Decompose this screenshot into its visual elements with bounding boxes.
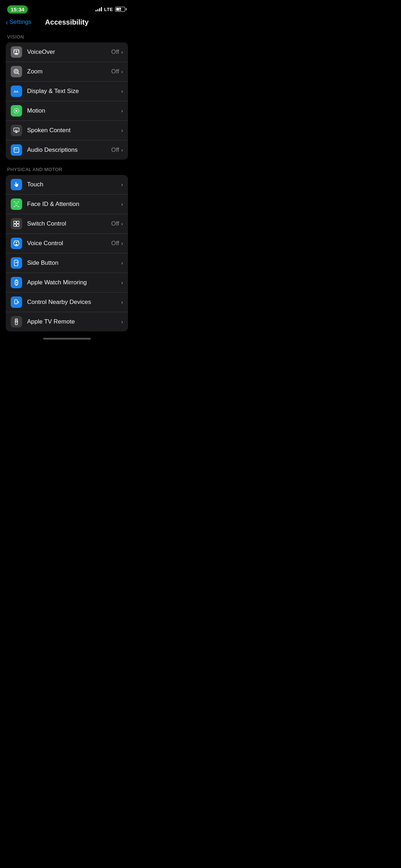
face-id-label: Face ID & Attention [27, 201, 121, 208]
home-indicator [0, 335, 134, 342]
control-nearby-row[interactable]: Control Nearby Devices › [6, 293, 128, 312]
svg-rect-21 [14, 221, 16, 224]
svg-rect-28 [18, 261, 19, 263]
zoom-row[interactable]: Zoom Off › [6, 62, 128, 82]
svg-point-4 [15, 71, 17, 72]
voice-control-label: Voice Control [27, 240, 111, 247]
vision-list: VoiceOver Off › Zoom Off › AA [6, 42, 128, 160]
signal-bars-icon [96, 7, 102, 11]
control-nearby-label: Control Nearby Devices [27, 299, 121, 306]
svg-line-3 [18, 73, 19, 74]
side-button-row[interactable]: Side Button › [6, 253, 128, 273]
svg-rect-17 [14, 206, 15, 207]
audio-descriptions-icon: ‟ ‟ [11, 144, 22, 156]
voice-control-row[interactable]: Voice Control Off › [6, 234, 128, 253]
switch-control-label: Switch Control [27, 220, 111, 227]
audio-descriptions-row[interactable]: ‟ ‟ Audio Descriptions Off › [6, 140, 128, 160]
apple-watch-row[interactable]: Apple Watch Mirroring › [6, 273, 128, 293]
motion-chevron-icon: › [121, 108, 123, 114]
motion-row[interactable]: Motion › [6, 101, 128, 121]
voiceover-icon [11, 46, 22, 58]
svg-rect-16 [17, 202, 19, 202]
svg-text:BD: BD [15, 129, 18, 131]
voiceover-row[interactable]: VoiceOver Off › [6, 42, 128, 62]
svg-point-26 [16, 242, 17, 243]
face-id-row[interactable]: Face ID & Attention › [6, 195, 128, 214]
control-nearby-icon [11, 296, 22, 308]
home-bar [43, 338, 91, 340]
svg-point-38 [16, 323, 17, 324]
physical-motor-section-label: PHYSICAL AND MOTOR [0, 162, 134, 175]
audio-descriptions-label: Audio Descriptions [27, 146, 111, 154]
apple-watch-icon [11, 277, 22, 288]
svg-rect-31 [16, 285, 17, 286]
svg-rect-32 [16, 282, 17, 284]
audio-descriptions-chevron-icon: › [121, 147, 123, 153]
touch-label: Touch [27, 181, 121, 188]
apple-tv-remote-chevron-icon: › [121, 319, 123, 325]
spoken-content-chevron-icon: › [121, 128, 123, 133]
display-text-chevron-icon: › [121, 88, 123, 94]
apple-tv-remote-icon [11, 316, 22, 327]
back-label: Settings [10, 19, 31, 26]
svg-point-37 [16, 321, 17, 322]
svg-rect-36 [16, 320, 17, 320]
svg-point-19 [15, 203, 16, 204]
apple-watch-chevron-icon: › [121, 280, 123, 285]
page-title: Accessibility [45, 18, 88, 26]
vision-section: VISION VoiceOver Off › [0, 30, 134, 160]
voiceover-value: Off [111, 48, 119, 56]
physical-motor-section: PHYSICAL AND MOTOR Touch › [0, 162, 134, 331]
physical-motor-list: Touch › Face ID & Attention › [6, 175, 128, 331]
lte-label: LTE [104, 7, 113, 12]
side-button-icon [11, 257, 22, 269]
back-button[interactable]: ‹ Settings [6, 19, 31, 26]
apple-tv-remote-row[interactable]: Apple TV Remote › [6, 312, 128, 331]
apple-tv-remote-label: Apple TV Remote [27, 318, 121, 325]
spoken-content-label: Spoken Content [27, 127, 121, 134]
motion-label: Motion [27, 107, 121, 114]
face-id-icon [11, 198, 22, 210]
switch-control-row[interactable]: Switch Control Off › [6, 214, 128, 234]
back-chevron-icon: ‹ [6, 19, 8, 26]
spoken-content-row[interactable]: BD Spoken Content › [6, 121, 128, 140]
svg-rect-22 [17, 221, 19, 224]
voice-control-icon [11, 238, 22, 249]
nav-bar: ‹ Settings Accessibility [0, 16, 134, 30]
svg-rect-15 [14, 202, 15, 202]
voice-control-value: Off [111, 240, 119, 247]
motion-icon [11, 105, 22, 117]
apple-watch-label: Apple Watch Mirroring [27, 279, 121, 286]
spoken-content-icon: BD [11, 125, 22, 136]
zoom-value: Off [111, 68, 119, 75]
battery-tip [126, 8, 127, 10]
touch-icon [11, 179, 22, 190]
display-text-row[interactable]: AA Display & Text Size › [6, 82, 128, 101]
voiceover-label: VoiceOver [27, 48, 111, 56]
status-right: LTE 34 [96, 7, 127, 12]
display-text-label: Display & Text Size [27, 88, 121, 95]
voiceover-chevron-icon: › [121, 49, 123, 55]
zoom-icon [11, 66, 22, 77]
battery-icon: 34 [115, 7, 127, 12]
touch-row[interactable]: Touch › [6, 175, 128, 195]
side-button-chevron-icon: › [121, 260, 123, 266]
switch-control-chevron-icon: › [121, 221, 123, 227]
svg-point-34 [16, 303, 16, 304]
svg-point-20 [17, 203, 18, 204]
svg-text:‟: ‟ [16, 149, 17, 152]
display-text-icon: AA [11, 86, 22, 97]
audio-descriptions-value: Off [111, 146, 119, 154]
status-time: 15:34 [7, 5, 28, 14]
svg-rect-30 [16, 280, 17, 281]
side-button-label: Side Button [27, 259, 121, 267]
vision-section-label: VISION [0, 30, 134, 42]
zoom-chevron-icon: › [121, 69, 123, 74]
switch-control-icon [11, 218, 22, 229]
voice-control-chevron-icon: › [121, 241, 123, 246]
svg-rect-23 [14, 224, 16, 227]
svg-text:AA: AA [14, 90, 19, 93]
svg-rect-18 [17, 206, 19, 207]
battery-body: 34 [115, 7, 125, 12]
status-bar: 15:34 LTE 34 [0, 0, 134, 16]
